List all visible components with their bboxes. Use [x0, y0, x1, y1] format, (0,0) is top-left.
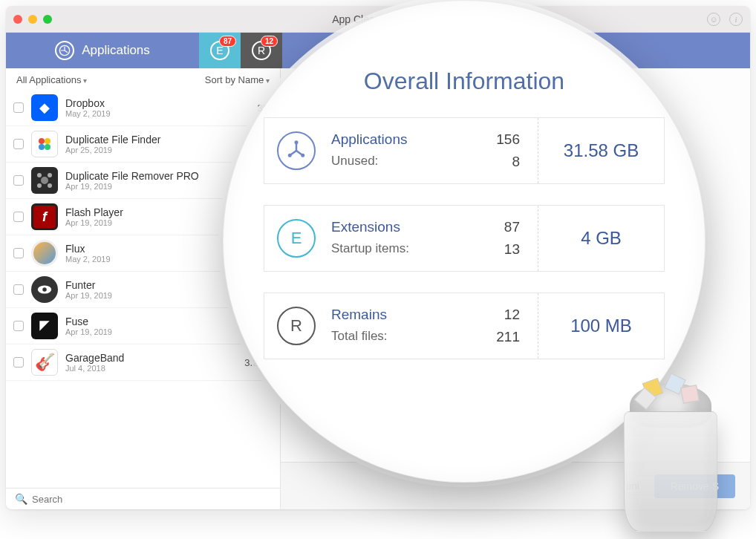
svg-point-14	[289, 154, 291, 157]
app-checkbox[interactable]	[13, 248, 24, 258]
svg-point-4	[45, 144, 50, 150]
svg-point-11	[42, 287, 47, 292]
app-name: Fuse	[65, 316, 112, 327]
funter-icon	[31, 276, 58, 303]
app-date: May 2, 2019	[65, 109, 111, 118]
tab-extensions[interactable]: E 87	[199, 33, 241, 68]
tab-applications-label: Applications	[82, 43, 150, 58]
svg-point-5	[41, 177, 48, 184]
app-name: Flash Player	[65, 206, 123, 218]
app-name: Flux	[65, 243, 111, 255]
unused-count: 8	[512, 154, 520, 170]
applications-size: 31.58 GB	[538, 118, 664, 183]
list-item[interactable]: ◆ Dropbox May 2, 2019 30	[6, 90, 280, 126]
svg-point-13	[302, 154, 304, 157]
extensions-size: 4 GB	[538, 206, 664, 271]
overall-remains-block: R Remains12 Total files:211 100 MB	[264, 293, 665, 359]
search-icon: 🔍	[15, 493, 27, 505]
magnified-overview: Overall Information Applications156 Unus…	[223, 0, 706, 483]
svg-point-9	[48, 183, 52, 188]
flash-player-icon: f	[31, 203, 58, 230]
svg-point-12	[296, 142, 298, 144]
fuse-icon	[31, 313, 58, 339]
garageband-icon: 🎸	[31, 349, 58, 376]
app-name: Duplicate File Remover PRO	[65, 170, 199, 182]
app-checkbox[interactable]	[13, 139, 24, 149]
app-name: Duplicate File Finder	[65, 134, 160, 146]
app-checkbox[interactable]	[13, 102, 24, 113]
app-date: Jul 4, 2018	[65, 364, 124, 373]
extensions-label: Extensions	[331, 219, 400, 235]
overall-information-title: Overall Information	[364, 68, 564, 95]
search-input[interactable]	[32, 494, 271, 505]
bottom-hint: uni	[626, 480, 639, 491]
filter-all-applications[interactable]: All Applications	[16, 74, 87, 85]
app-date: Apr 19, 2019	[65, 182, 199, 191]
remains-label: Remains	[331, 307, 387, 323]
app-date: Apr 25, 2019	[65, 146, 160, 154]
dropbox-icon: ◆	[31, 94, 58, 121]
app-date: Apr 19, 2019	[65, 327, 112, 336]
svg-point-2	[45, 138, 50, 144]
applications-icon	[55, 41, 74, 60]
duplicate-file-remover-pro-icon	[31, 167, 58, 194]
svg-point-7	[48, 173, 52, 177]
list-item[interactable]: 🎸 GarageBand Jul 4, 2018 3.2 G	[6, 344, 280, 381]
applications-icon	[277, 131, 316, 170]
tab-applications[interactable]: Applications	[6, 33, 199, 68]
app-date: Apr 19, 2019	[65, 218, 123, 227]
applications-label: Applications	[331, 131, 407, 148]
overall-applications-block: Applications156 Unused:8 31.58 GB	[264, 117, 665, 184]
app-date: Apr 19, 2019	[65, 291, 112, 300]
app-name: Funter	[65, 279, 112, 291]
tab-remains[interactable]: R 12	[241, 33, 282, 68]
app-name: GarageBand	[65, 352, 124, 364]
extensions-icon: E	[277, 219, 316, 258]
overall-extensions-block: E Extensions87 Startup items:13 4 GB	[264, 205, 665, 272]
sort-by-name[interactable]: Sort by Name	[205, 74, 270, 85]
app-checkbox[interactable]	[13, 212, 24, 222]
svg-point-1	[39, 138, 45, 144]
flux-icon	[31, 240, 58, 267]
app-checkbox[interactable]	[13, 284, 24, 295]
app-checkbox[interactable]	[13, 175, 24, 186]
search-bar[interactable]: 🔍	[6, 488, 280, 509]
app-checkbox[interactable]	[13, 321, 24, 331]
startup-items-count: 13	[504, 241, 520, 258]
remove-button[interactable]: Remove S	[654, 474, 735, 498]
remains-size: 100 MB	[538, 293, 664, 359]
remains-badge: 12	[261, 36, 278, 47]
svg-point-8	[37, 183, 42, 188]
remains-icon: R	[277, 307, 316, 345]
app-checkbox[interactable]	[13, 357, 24, 368]
applications-count: 156	[496, 131, 520, 148]
unused-label: Unused:	[331, 154, 378, 170]
duplicate-file-finder-icon	[31, 131, 58, 157]
startup-items-label: Startup items:	[331, 241, 409, 258]
svg-point-3	[39, 144, 45, 150]
remains-count: 12	[504, 307, 520, 323]
extensions-badge: 87	[219, 36, 236, 47]
svg-point-6	[37, 173, 42, 177]
app-date: May 2, 2019	[65, 255, 111, 264]
total-files-label: Total files:	[331, 329, 388, 345]
total-files-count: 211	[496, 329, 520, 345]
app-name: Dropbox	[65, 97, 111, 109]
extensions-count: 87	[504, 219, 520, 235]
